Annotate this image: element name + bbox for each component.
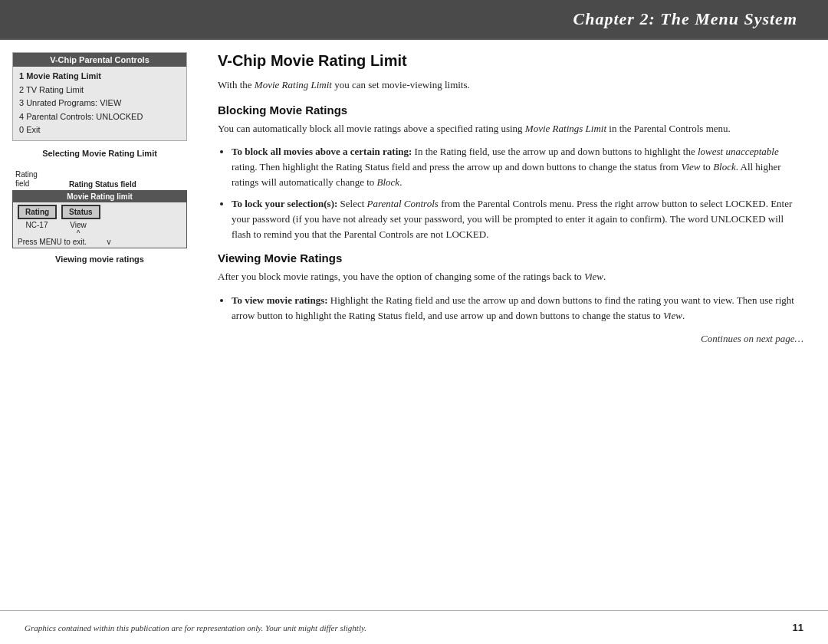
arrows-row: ^ <box>13 229 186 238</box>
blocking-title: Blocking Movie Ratings <box>218 104 803 117</box>
menu-item-1: 1 Movie Rating Limit <box>19 70 180 84</box>
rating-cells-row: Rating Status <box>13 202 186 219</box>
menu-box-title: V-Chip Parental Controls <box>13 53 186 67</box>
content-area: V-Chip Movie Rating Limit With the Movie… <box>199 40 828 610</box>
selecting-caption: Selecting Movie Rating Limit <box>12 149 187 158</box>
nc17-value: NC-17 <box>18 221 56 229</box>
movie-rating-box: Movie Rating limit Rating Status NC-17 V… <box>12 190 187 248</box>
viewing-title: Viewing Movie Ratings <box>218 251 803 264</box>
rating-field-label: Rating field <box>15 170 48 189</box>
menu-box-items: 1 Movie Rating Limit 2 TV Rating Limit 3… <box>13 67 186 140</box>
down-arrow: v <box>90 238 128 246</box>
blocking-intro: You can automatically block all movie ra… <box>218 121 803 136</box>
down-arrows-row: Press MENU to exit. v <box>13 238 186 248</box>
bullet-list-blocking: To block all movies above a certain rati… <box>232 144 803 243</box>
menu-box: V-Chip Parental Controls 1 Movie Rating … <box>12 52 187 141</box>
rating-diagram: Rating field Rating Status field Movie R… <box>12 170 187 248</box>
footer-note: Graphics contained within this publicati… <box>25 623 366 632</box>
intro-text: With the Movie Rating Limit you can set … <box>218 77 803 93</box>
chapter-title: Chapter 2: The Menu System <box>31 9 797 29</box>
view-value: View <box>59 221 97 229</box>
status-cell: Status <box>61 205 100 219</box>
up-arrow: ^ <box>59 229 97 238</box>
page-footer: Graphics contained within this publicati… <box>0 610 828 644</box>
menu-item-4: 4 Parental Controls: UNLOCKED <box>19 110 180 124</box>
rating-status-label: Rating Status field <box>69 180 136 189</box>
rating-cell: Rating <box>18 205 57 219</box>
bullet-list-viewing: To view movie ratings: Highlight the Rat… <box>232 293 803 324</box>
sidebar: V-Chip Parental Controls 1 Movie Rating … <box>0 40 199 610</box>
page-header: Chapter 2: The Menu System <box>0 0 828 38</box>
footer-page-number: 11 <box>793 622 803 633</box>
press-menu-text: Press MENU to exit. <box>18 238 87 246</box>
menu-item-3: 3 Unrated Programs: VIEW <box>19 97 180 110</box>
values-row: NC-17 View <box>13 219 186 229</box>
bullet-1: To block all movies above a certain rati… <box>232 144 803 190</box>
menu-item-2: 2 TV Rating Limit <box>19 84 180 97</box>
bullet-3: To view movie ratings: Highlight the Rat… <box>232 293 803 324</box>
bullet-2: To lock your selection(s): Select Parent… <box>232 196 803 242</box>
viewing-caption: Viewing movie ratings <box>12 255 187 264</box>
content-title: V-Chip Movie Rating Limit <box>218 52 803 70</box>
main-content: V-Chip Parental Controls 1 Movie Rating … <box>0 40 828 610</box>
movie-rating-title: Movie Rating limit <box>13 191 186 202</box>
continues-text: Continues on next page… <box>218 333 803 345</box>
viewing-intro: After you block movie ratings, you have … <box>218 269 803 284</box>
rating-spacer <box>18 229 56 238</box>
menu-item-5: 0 Exit <box>19 123 180 137</box>
